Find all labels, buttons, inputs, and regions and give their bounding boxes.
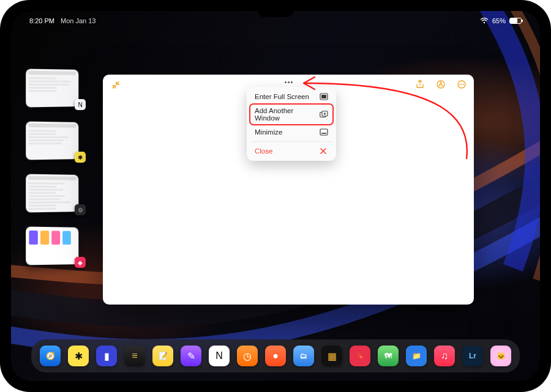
status-time: 8:20 PM bbox=[29, 17, 54, 24]
todoist-app[interactable]: ● bbox=[265, 346, 286, 366]
markup-icon[interactable] bbox=[435, 78, 447, 91]
settings-app-icon: ⚙︎ bbox=[75, 204, 86, 215]
notion-app-icon: N bbox=[75, 99, 86, 110]
menu-minimize[interactable]: Minimize bbox=[250, 125, 333, 139]
close-icon bbox=[320, 147, 328, 155]
battery-icon bbox=[509, 18, 522, 24]
status-bar: 8:20 PM Mon Jan 13 65% bbox=[11, 15, 540, 26]
ipad-screen: 8:20 PM Mon Jan 13 65% N✱⚙︎◆ bbox=[11, 11, 540, 381]
lightroom-app[interactable]: Lr bbox=[462, 346, 483, 366]
menu-item-label: Add Another Window bbox=[255, 107, 320, 122]
app-switcher-thumbnail[interactable]: ✱ bbox=[29, 122, 82, 159]
files-app[interactable]: 🗂 bbox=[293, 346, 314, 366]
svg-point-4 bbox=[461, 84, 462, 85]
multitasking-menu-popover: Enter Full Screen Add Another Window Min… bbox=[247, 87, 336, 161]
music-app[interactable]: ♫ bbox=[434, 346, 455, 366]
battery-percent: 65% bbox=[492, 17, 506, 24]
menu-item-label: Close bbox=[255, 147, 272, 155]
ipad-device-frame: 8:20 PM Mon Jan 13 65% N✱⚙︎◆ bbox=[0, 0, 551, 392]
menu-enter-full-screen[interactable]: Enter Full Screen bbox=[250, 90, 333, 103]
notes-app[interactable]: 📝 bbox=[152, 346, 173, 366]
svg-point-5 bbox=[463, 84, 464, 85]
app-switcher-thumbnail[interactable]: N bbox=[29, 70, 82, 106]
menu-item-label: Enter Full Screen bbox=[255, 93, 309, 100]
menu-add-another-window[interactable]: Add Another Window bbox=[250, 104, 333, 125]
things-app[interactable]: ▦ bbox=[321, 346, 342, 366]
app-switcher-thumbnail[interactable]: ⚙︎ bbox=[29, 175, 82, 212]
dock: 🧭✱▮≡📝✎N◷●🗂▦🔖🗺📁♫Lr🐱 bbox=[31, 339, 520, 372]
app-switcher-stack: N✱⚙︎◆ bbox=[29, 70, 82, 264]
svg-point-0 bbox=[484, 22, 485, 23]
svg-point-3 bbox=[459, 84, 460, 85]
fullscreen-icon bbox=[320, 93, 328, 100]
minimize-icon bbox=[320, 128, 328, 136]
share-icon[interactable] bbox=[414, 78, 426, 91]
more-icon[interactable] bbox=[455, 78, 468, 91]
bear-app[interactable]: ≡ bbox=[124, 346, 145, 366]
bookmark-app[interactable]: 🔖 bbox=[350, 346, 370, 366]
maps-app[interactable]: 🗺 bbox=[378, 346, 399, 366]
assistant-app[interactable]: 🐱 bbox=[490, 346, 511, 366]
app-switcher-thumbnail[interactable]: ◆ bbox=[29, 227, 82, 264]
butterfly-app[interactable]: ✱ bbox=[68, 346, 89, 366]
menu-close[interactable]: Close bbox=[250, 144, 333, 158]
menu-item-label: Minimize bbox=[255, 128, 282, 136]
wifi-icon bbox=[480, 18, 489, 24]
svg-rect-10 bbox=[320, 129, 328, 135]
foreground-app-window[interactable]: Enter Full Screen Add Another Window Min… bbox=[103, 75, 474, 305]
add-window-icon bbox=[320, 111, 328, 118]
linear-app[interactable]: ▮ bbox=[96, 346, 117, 366]
folder-app[interactable]: 📁 bbox=[406, 346, 427, 366]
craft-app[interactable]: ✎ bbox=[181, 346, 201, 366]
clock-app[interactable]: ◷ bbox=[237, 346, 258, 366]
safari-app[interactable]: 🧭 bbox=[40, 346, 61, 366]
status-date: Mon Jan 13 bbox=[61, 17, 96, 24]
notion-app[interactable]: N bbox=[209, 346, 230, 366]
collapse-sidebar-icon[interactable] bbox=[111, 81, 120, 92]
multitasking-dots-button[interactable] bbox=[282, 78, 295, 86]
butterfly-app-icon: ✱ bbox=[75, 152, 86, 163]
svg-rect-11 bbox=[321, 133, 326, 134]
svg-rect-7 bbox=[321, 95, 326, 98]
menu-separator bbox=[251, 141, 332, 142]
raycast-app-icon: ◆ bbox=[75, 257, 86, 268]
